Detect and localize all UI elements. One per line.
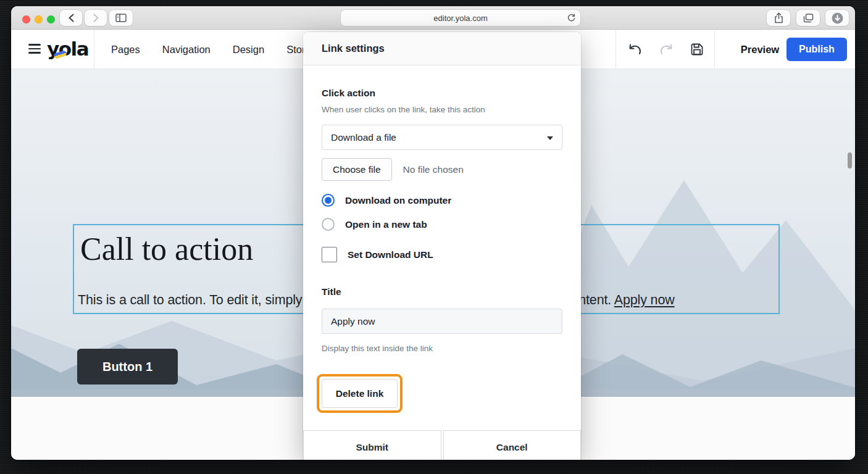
save-button[interactable] (686, 39, 707, 60)
click-action-select[interactable]: Download a file (322, 125, 562, 150)
address-bar[interactable]: editor.yola.com (341, 10, 580, 26)
radio-open-new-tab[interactable]: Open in a new tab (322, 218, 562, 231)
dialog-header: Link settings (303, 32, 581, 65)
undo-button[interactable] (625, 39, 646, 60)
menu-button[interactable] (28, 44, 41, 54)
set-download-url-checkbox-row[interactable]: Set Download URL (322, 247, 562, 262)
tab-overview-button[interactable] (796, 10, 820, 26)
reload-button[interactable] (567, 13, 576, 24)
selected-option: Download a file (331, 132, 396, 143)
nav-item-navigation[interactable]: Navigation (162, 44, 211, 56)
preview-button[interactable]: Preview (729, 30, 791, 69)
downloads-button[interactable] (825, 10, 849, 26)
title-field-label: Title (322, 286, 562, 297)
apply-now-link[interactable]: Apply now (614, 293, 675, 307)
reload-icon (567, 13, 576, 22)
forward-button[interactable] (85, 10, 107, 26)
chevron-right-icon (93, 14, 99, 22)
cta-heading[interactable]: Call to action (80, 231, 253, 267)
close-window-button[interactable] (22, 15, 30, 23)
yola-logo: yola (47, 38, 88, 60)
file-upload-row: Choose file No file chosen (322, 158, 562, 181)
zoom-window-button[interactable] (47, 15, 55, 23)
delete-link-button[interactable]: Delete link (322, 379, 398, 408)
title-field-helper: Display this text inside the link (322, 344, 562, 353)
nav-item-pages[interactable]: Pages (111, 44, 140, 56)
back-button[interactable] (60, 10, 82, 26)
file-status-text: No file chosen (403, 164, 464, 175)
radio-unselected-icon[interactable] (322, 218, 335, 231)
sidebar-toggle-button[interactable] (109, 10, 133, 26)
logo-text: yola (47, 38, 88, 60)
minimize-window-button[interactable] (35, 15, 43, 23)
publish-button[interactable]: Publish (787, 38, 847, 61)
dialog-title: Link settings (322, 43, 385, 54)
chevron-down-icon (547, 136, 553, 140)
save-icon (690, 42, 704, 57)
submit-button[interactable]: Submit (303, 430, 441, 460)
chevron-left-icon (68, 14, 75, 22)
dialog-body: Click action When user clicks on the lin… (303, 65, 581, 413)
choose-file-button[interactable]: Choose file (322, 158, 392, 181)
link-settings-dialog: Link settings Click action When user cli… (303, 32, 581, 460)
radio-selected-icon[interactable] (322, 194, 335, 207)
tabs-icon (803, 14, 814, 23)
page-scrollbar-thumb[interactable] (848, 152, 852, 168)
click-action-helper: When user clicks on the link, take this … (322, 105, 562, 114)
sidebar-icon (115, 14, 127, 22)
cta-button[interactable]: Button 1 (77, 349, 178, 385)
checkbox-icon[interactable] (322, 247, 337, 262)
cancel-button[interactable]: Cancel (443, 430, 582, 460)
download-icon (832, 12, 843, 24)
browser-window: editor.yola.com (11, 6, 855, 460)
radio-download-on-computer[interactable]: Download on computer (322, 194, 562, 207)
redo-icon (659, 43, 674, 56)
toolbar-divider (714, 30, 715, 69)
annotation-highlight-box: Delete link (317, 374, 403, 413)
desktop: editor.yola.com (0, 0, 868, 474)
toolbar-divider (616, 30, 616, 69)
main-nav: Pages Navigation Design Store (111, 30, 311, 69)
history-controls (625, 30, 707, 69)
nav-item-design[interactable]: Design (233, 44, 264, 56)
url-text: editor.yola.com (433, 14, 487, 23)
browser-chrome: editor.yola.com (11, 6, 855, 30)
share-icon (774, 12, 783, 23)
toolbar-divider (94, 30, 94, 69)
dialog-footer: Submit Cancel (303, 430, 581, 460)
redo-button[interactable] (656, 39, 677, 60)
share-button[interactable] (767, 10, 790, 26)
click-action-label: Click action (322, 88, 562, 99)
hamburger-icon (28, 44, 41, 46)
title-input[interactable] (322, 309, 562, 334)
undo-icon (628, 43, 643, 56)
